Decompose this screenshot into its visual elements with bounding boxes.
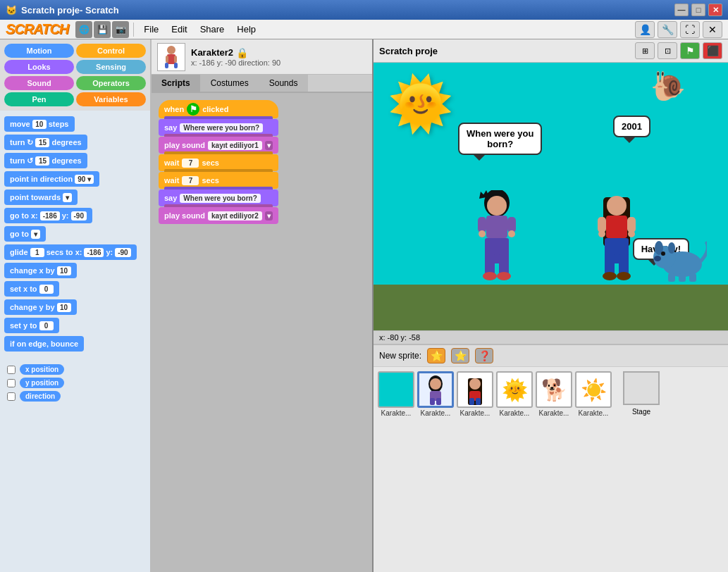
toolbar-btn-4[interactable]: ✕: [703, 21, 722, 38]
svg-rect-5: [174, 56, 177, 63]
dropdown-icon-2[interactable]: ▾: [265, 211, 273, 220]
tab-sounds[interactable]: Sounds: [259, 75, 309, 92]
block-glide[interactable]: glide 1 secs to x: -186 y: -90: [4, 244, 137, 260]
new-sprite-random-btn[interactable]: ⭐: [451, 348, 469, 363]
minimize-button[interactable]: —: [674, 4, 689, 16]
block-change-y[interactable]: change y by 10: [4, 299, 77, 315]
stage-controls: ⊞ ⊡ ⚑ ⬛: [635, 42, 722, 59]
block-play-sound-2[interactable]: play sound kayıt ediliyor2 ▾: [159, 207, 278, 224]
stage-coords: x: -80 y: -58: [379, 333, 420, 342]
svg-rect-28: [605, 254, 615, 275]
toolbar-btn-1[interactable]: 👤: [635, 21, 655, 38]
category-sound[interactable]: Sound: [4, 76, 74, 90]
sprite-header: Karakter2 🔒 x: -186 y: -90 direction: 90: [152, 39, 372, 75]
sprite-thumb-6: ☀️: [575, 371, 612, 408]
checkbox-direction[interactable]: direction: [4, 390, 146, 403]
bug-character: 🐌: [650, 70, 686, 103]
block-turn-cw[interactable]: turn ↻ 15 degrees: [4, 135, 87, 150]
category-control[interactable]: Control: [76, 44, 146, 58]
sprite-label-5: Karakte...: [539, 409, 569, 417]
block-change-x[interactable]: change x by 10: [4, 263, 77, 278]
toolbar-btn-2[interactable]: 🔧: [658, 21, 677, 38]
block-point-direction[interactable]: point in direction 90 ▾: [4, 171, 99, 187]
start-btn[interactable]: ⚑: [680, 42, 700, 59]
sprite-item-5[interactable]: 🐕 Karakte...: [536, 371, 572, 417]
svg-point-7: [487, 196, 507, 216]
toolbar-btn-3[interactable]: ⛶: [680, 21, 700, 38]
svg-rect-22: [606, 216, 627, 238]
character-girl2: [592, 190, 641, 292]
checkbox-x-position[interactable]: x position: [4, 363, 146, 376]
sprite-thumb-5: 🐕: [536, 371, 572, 408]
category-buttons: Motion Control Looks Sensing Sound Opera…: [0, 39, 150, 111]
category-operators[interactable]: Operators: [76, 76, 146, 90]
speech-bubble-2: 2001: [613, 116, 650, 137]
category-variables[interactable]: Variables: [76, 92, 146, 106]
main-area: Motion Control Looks Sensing Sound Opera…: [0, 39, 728, 572]
sprite-thumb-1: [378, 371, 414, 408]
menu-share[interactable]: Share: [195, 21, 230, 37]
category-pen[interactable]: Pen: [4, 92, 74, 106]
stage-title: Scratch proje: [379, 46, 438, 56]
svg-point-19: [497, 272, 511, 280]
sprite-label-2: Karakte...: [421, 409, 451, 417]
titlebar: 🐱 Scratch proje- Scratch — □ ✕: [0, 0, 728, 20]
category-looks[interactable]: Looks: [4, 60, 74, 74]
menu-edit[interactable]: Edit: [166, 21, 192, 37]
svg-point-42: [430, 378, 441, 390]
middle-panel: Karakter2 🔒 x: -186 y: -90 direction: 90…: [152, 39, 374, 572]
new-sprite-draw-btn[interactable]: ❓: [475, 348, 493, 363]
maximize-button[interactable]: □: [691, 4, 705, 16]
svg-rect-11: [478, 217, 486, 232]
block-goto[interactable]: go to ▾: [4, 226, 46, 242]
stage-thumb-area[interactable]: Stage: [619, 367, 664, 421]
category-sensing[interactable]: Sensing: [76, 60, 146, 74]
block-set-x[interactable]: set x to 0: [4, 281, 59, 297]
block-move[interactable]: move 10 steps: [4, 116, 75, 132]
checkbox-x-input[interactable]: [7, 366, 16, 374]
sprite-item-1[interactable]: Karakte...: [378, 371, 414, 417]
checkbox-dir-input[interactable]: [7, 392, 16, 401]
stop-btn[interactable]: ⬛: [703, 42, 722, 59]
sprite-item-6[interactable]: ☀️ Karakte...: [575, 371, 612, 417]
save-icon[interactable]: 💾: [94, 21, 111, 38]
sprites-grid: Karakte... Kar: [374, 367, 616, 421]
svg-rect-50: [476, 398, 481, 405]
block-turn-ccw[interactable]: turn ↺ 15 degrees: [4, 153, 87, 168]
block-goto-xy[interactable]: go to x: -186 y: -90: [4, 208, 92, 223]
new-sprite-from-file-btn[interactable]: ⭐: [427, 348, 445, 363]
fullscreen-btn-1[interactable]: ⊞: [635, 42, 655, 59]
camera-icon[interactable]: 📷: [112, 21, 129, 38]
sprites-and-stage-row: Karakte... Kar: [374, 367, 728, 421]
sprite-item-4[interactable]: 🌞 Karakte...: [496, 371, 533, 417]
sprite-item-2[interactable]: Karakte...: [417, 371, 454, 417]
fullscreen-btn-2[interactable]: ⊡: [658, 42, 677, 59]
checkbox-y-position[interactable]: y position: [4, 376, 146, 390]
block-point-towards[interactable]: point towards ▾: [4, 189, 78, 205]
sprite-item-3[interactable]: Karakte...: [457, 371, 493, 417]
checkbox-y-input[interactable]: [7, 379, 16, 387]
titlebar-controls: — □ ✕: [674, 4, 722, 16]
character-girl1: [472, 190, 522, 292]
svg-point-21: [607, 196, 627, 216]
svg-point-31: [617, 272, 631, 280]
app-logo: SCRATCH: [6, 21, 68, 37]
new-sprite-label: New sprite:: [379, 351, 421, 361]
scripts-area[interactable]: when ⚑ clicked say Where were you born? …: [152, 93, 372, 572]
block-edge-bounce[interactable]: if on edge, bounce: [4, 336, 84, 352]
menu-separator-1: [133, 23, 134, 37]
close-button[interactable]: ✕: [708, 4, 722, 16]
svg-rect-29: [619, 254, 629, 275]
svg-rect-16: [485, 254, 495, 275]
category-motion[interactable]: Motion: [4, 44, 74, 58]
tab-scripts[interactable]: Scripts: [152, 75, 201, 92]
dropdown-icon-1[interactable]: ▾: [265, 141, 273, 150]
sprite-thumb-4: 🌞: [496, 371, 533, 408]
titlebar-left: 🐱 Scratch proje- Scratch: [6, 5, 119, 15]
menu-help[interactable]: Help: [231, 21, 261, 37]
menu-file[interactable]: File: [138, 21, 164, 37]
tab-costumes[interactable]: Costumes: [201, 75, 259, 92]
stage-footer: x: -80 y: -58: [374, 330, 728, 344]
globe-icon[interactable]: 🌐: [75, 21, 92, 38]
block-set-y[interactable]: set y to 0: [4, 318, 59, 333]
